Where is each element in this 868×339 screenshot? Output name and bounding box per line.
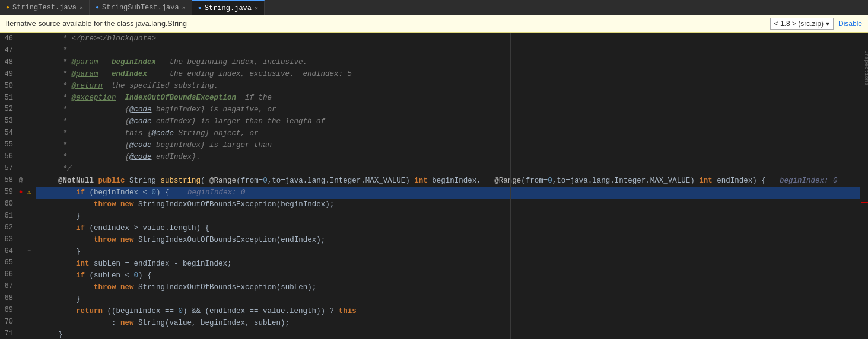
editor-container: 46 47 48 49 50 51 <box>0 33 868 339</box>
line-gutter: 46 47 48 49 50 51 <box>0 33 36 339</box>
gutter-row-49: 49 <box>0 68 33 80</box>
code-line-60: throw new StringIndexOutOfBoundsExceptio… <box>36 199 860 210</box>
gutter-row-54: 54 <box>0 127 33 139</box>
gutter-row-58: 58 @ <box>0 174 33 186</box>
code-line-51: * @exception IndexOutOfBoundsException i… <box>36 92 860 104</box>
code-lines: * </pre></blockquote> * * @param beginIn… <box>36 33 860 339</box>
fold-68[interactable]: − <box>25 295 33 302</box>
tab-label-string: String.java <box>205 4 252 12</box>
tab-label-stringtest: StringTest.java <box>12 4 77 12</box>
gutter-row-46: 46 <box>0 33 33 44</box>
code-line-50: * @return the specified substring. <box>36 80 860 92</box>
line-num-62: 62 <box>0 223 17 232</box>
chevron-down-icon: ▾ <box>826 20 829 28</box>
tab-label-stringsubtest: StringSubTest.java <box>102 4 179 12</box>
warning-bar: lternative source available for the clas… <box>0 15 868 33</box>
gutter-row-68: 68 − <box>0 292 33 304</box>
code-text-46: * </pre></blockquote> <box>40 33 156 44</box>
tab-close-stringtest[interactable]: ✕ <box>80 4 83 11</box>
java-icon-string: ● <box>198 5 202 11</box>
fold-61[interactable]: − <box>25 212 33 219</box>
tab-stringtest[interactable]: ● StringTest.java ✕ <box>0 0 90 15</box>
code-line-55: * {@code beginIndex} is larger than <box>36 139 860 151</box>
line-num-55: 55 <box>0 140 17 149</box>
code-text-48: * <box>40 56 72 68</box>
code-line-68: } <box>36 293 860 305</box>
gutter-row-67: 67 <box>0 280 33 292</box>
java-icon-blue: ● <box>96 4 99 11</box>
line-num-69: 69 <box>0 306 17 314</box>
line-num-63: 63 <box>0 235 17 244</box>
gutter-row-62: 62 <box>0 222 33 234</box>
code-line-48: * @param beginIndex the beginning index,… <box>36 56 860 68</box>
scroll-error-marker <box>861 202 868 203</box>
gutter-row-66: 66 <box>0 268 33 280</box>
line-num-60: 60 <box>0 200 17 208</box>
line-num-56: 56 <box>0 152 17 161</box>
gutter-row-64: 64 − <box>0 245 33 257</box>
code-line-59: if (beginIndex < 0) { beginIndex: 0 <box>36 187 860 199</box>
line-num-53: 53 <box>0 117 17 125</box>
side-label-inspector: Inspections <box>861 50 868 85</box>
gutter-row-53: 53 <box>0 115 33 127</box>
code-line-57: */ <box>36 163 860 175</box>
code-line-49: * @param endIndex the ending index, excl… <box>36 68 860 80</box>
warning-message: lternative source available for the clas… <box>6 20 187 28</box>
line-num-46: 46 <box>0 34 17 43</box>
gutter-row-55: 55 <box>0 139 33 151</box>
gutter-row-52: 52 <box>0 104 33 116</box>
tab-stringsubtest[interactable]: ● StringSubTest.java ✕ <box>90 0 192 15</box>
gutter-row-56: 56 <box>0 151 33 162</box>
version-label: < 1.8 > (src.zip) <box>774 20 824 28</box>
line-num-65: 65 <box>0 258 17 267</box>
code-divider <box>510 33 511 339</box>
line-num-68: 68 <box>0 294 17 302</box>
tab-close-stringsubtest[interactable]: ✕ <box>182 4 186 11</box>
gutter-row-71: 71 <box>0 328 33 339</box>
code-line-47: * <box>36 44 860 56</box>
gutter-row-59: 59 ● ⚠ <box>0 186 33 198</box>
marker-59: ● <box>17 188 25 196</box>
gutter-row-61: 61 − <box>0 210 33 222</box>
code-line-71: } <box>36 329 860 339</box>
gutter-row-69: 69 <box>0 304 33 316</box>
marker-58: @ <box>17 177 25 184</box>
code-area[interactable]: * </pre></blockquote> * * @param beginIn… <box>36 33 860 339</box>
tab-close-string[interactable]: ✕ <box>255 5 258 12</box>
fold-64[interactable]: − <box>25 248 33 254</box>
gutter-row-47: 47 <box>0 44 33 56</box>
line-num-64: 64 <box>0 247 17 255</box>
code-text-47: * <box>40 44 67 56</box>
line-num-52: 52 <box>0 105 17 113</box>
gutter-row-70: 70 <box>0 316 33 328</box>
line-num-47: 47 <box>0 46 17 55</box>
gutter-row-48: 48 <box>0 56 33 68</box>
code-line-65: int subLen = endIndex - beginIndex; <box>36 258 860 270</box>
java-icon: ● <box>6 4 9 11</box>
code-line-64: } <box>36 246 860 258</box>
line-num-66: 66 <box>0 270 17 279</box>
disable-button[interactable]: Disable <box>838 20 862 28</box>
version-dropdown[interactable]: < 1.8 > (src.zip) ▾ <box>770 18 834 30</box>
line-num-59: 59 <box>0 188 17 196</box>
line-num-54: 54 <box>0 129 17 137</box>
code-line-54: * this {@code String} object, or <box>36 127 860 139</box>
gutter-row-63: 63 <box>0 234 33 245</box>
code-line-56: * {@code endIndex}. <box>36 151 860 163</box>
gutter-row-60: 60 <box>0 198 33 210</box>
code-line-63: throw new StringIndexOutOfBoundsExceptio… <box>36 234 860 246</box>
code-line-52: * {@code beginIndex} is negative, or <box>36 104 860 116</box>
right-scrollbar[interactable]: Inspections <box>860 33 868 339</box>
gutter-row-57: 57 <box>0 162 33 174</box>
code-line-70: : new String(value, beginIndex, subLen); <box>36 317 860 329</box>
tab-string[interactable]: ● String.java ✕ <box>192 0 265 15</box>
line-num-50: 50 <box>0 82 17 90</box>
code-line-61: } <box>36 210 860 222</box>
line-num-51: 51 <box>0 94 17 102</box>
line-num-58: 58 <box>0 176 17 184</box>
fold-59: ⚠ <box>25 188 33 196</box>
code-line-66: if (subLen < 0) { <box>36 270 860 282</box>
code-line-53: * {@code endIndex} is larger than the le… <box>36 116 860 127</box>
line-num-48: 48 <box>0 58 17 66</box>
gutter-row-65: 65 <box>0 257 33 269</box>
